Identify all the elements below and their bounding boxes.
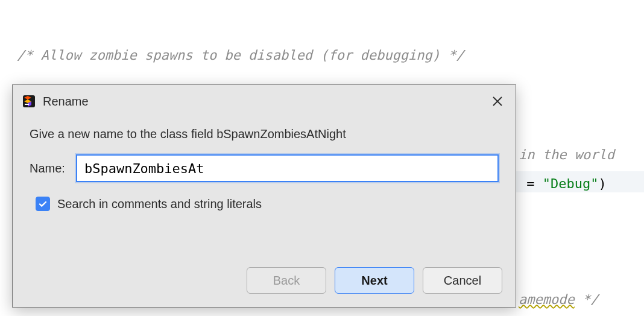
close-icon [492, 96, 503, 107]
name-input-container[interactable] [76, 154, 499, 182]
checkmark-icon [38, 199, 48, 209]
cancel-button[interactable]: Cancel [423, 267, 502, 294]
close-button[interactable] [485, 89, 510, 113]
code-comment-line: /* Allow zombie spawns to be disabled (f… [17, 48, 464, 63]
dialog-title: Rename [37, 95, 485, 109]
dialog-button-row: Back Next Cancel [13, 267, 516, 307]
name-input[interactable] [83, 160, 491, 177]
back-button: Back [247, 267, 326, 294]
code-fragment-right: in the world = "Debug") amemode */ r* Ne… [519, 112, 614, 316]
rider-app-icon [21, 93, 37, 109]
name-label: Name: [30, 162, 65, 175]
svg-rect-1 [25, 104, 29, 105]
dialog-titlebar[interactable]: Rename [13, 85, 516, 115]
rename-dialog: Rename Give a new name to the class fiel… [12, 84, 516, 308]
checkbox-label: Search in comments and string literals [57, 197, 262, 211]
dialog-instruction: Give a new name to the class field bSpaw… [30, 127, 499, 141]
search-in-comments-checkbox[interactable] [36, 197, 50, 211]
next-button[interactable]: Next [335, 267, 414, 294]
